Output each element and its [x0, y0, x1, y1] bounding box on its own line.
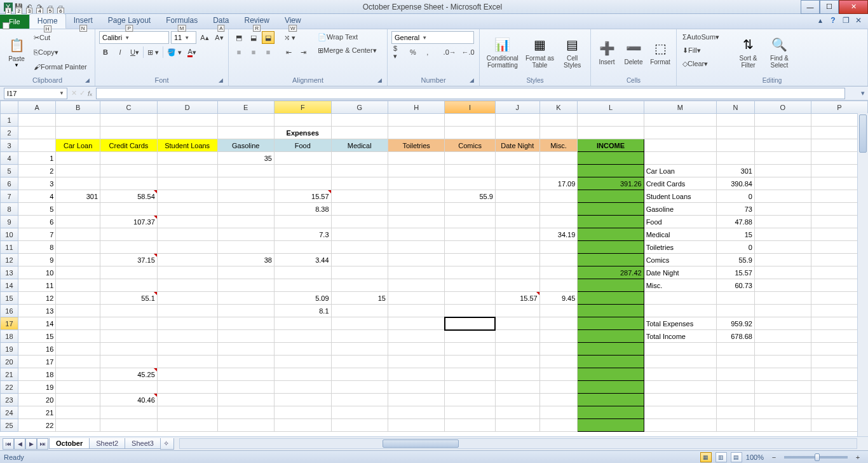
cell-L11[interactable]	[578, 241, 644, 254]
cell-A14[interactable]: 11	[18, 279, 55, 292]
cell-E6[interactable]	[217, 177, 274, 190]
tab-data[interactable]: DataA	[205, 13, 236, 29]
worksheet-grid[interactable]: ABCDEFGHIJKLMNOP12Expenses3Car LoanCredi…	[0, 100, 868, 436]
cell-O10[interactable]	[754, 228, 811, 241]
cell-L2[interactable]	[578, 127, 644, 139]
cell-I24[interactable]	[445, 406, 496, 419]
align-center-button[interactable]: ≡	[247, 46, 260, 59]
cell-A19[interactable]: 16	[18, 343, 55, 356]
cell-O11[interactable]	[754, 241, 811, 254]
cell-A18[interactable]: 15	[18, 330, 55, 343]
cell-D20[interactable]	[157, 356, 217, 368]
sheet-tab-sheet3[interactable]: Sheet3	[125, 438, 161, 449]
autosum-button[interactable]: Σ AutoSum ▾	[681, 31, 731, 43]
cell-O16[interactable]	[754, 305, 811, 317]
cell-B22[interactable]	[56, 381, 100, 394]
cell-B20[interactable]	[56, 356, 100, 368]
cell-I15[interactable]	[445, 292, 496, 305]
cell-L7[interactable]	[578, 190, 644, 203]
cell-E1[interactable]	[217, 114, 274, 127]
fx-icon[interactable]: fx	[88, 90, 92, 97]
cell-F1[interactable]	[274, 114, 331, 127]
cell-H20[interactable]	[388, 356, 444, 368]
cell-F24[interactable]	[274, 406, 331, 419]
cell-C10[interactable]	[100, 228, 158, 241]
cell-H3[interactable]: Toiletries	[388, 139, 444, 152]
cell-E16[interactable]	[217, 305, 274, 317]
cell-N18[interactable]: 678.68	[717, 330, 755, 343]
cell-C18[interactable]	[100, 330, 158, 343]
cell-O23[interactable]	[754, 394, 811, 406]
cell-C8[interactable]	[100, 203, 158, 216]
cell-D14[interactable]	[157, 279, 217, 292]
cell-D23[interactable]	[157, 394, 217, 406]
decrease-indent-button[interactable]: ⇤	[282, 46, 295, 59]
insert-cells-button[interactable]: ➕Insert	[595, 31, 619, 73]
increase-decimal-button[interactable]: .0→	[442, 46, 458, 59]
cell-G3[interactable]: Medical	[331, 139, 388, 152]
fx-enter-icon[interactable]: ✓	[79, 89, 85, 97]
cell-G8[interactable]	[331, 203, 388, 216]
cell-F4[interactable]	[274, 152, 331, 165]
row-header[interactable]: 9	[1, 216, 18, 228]
cell-F10[interactable]: 7.3	[274, 228, 331, 241]
cell-D5[interactable]	[157, 165, 217, 177]
cell-A9[interactable]: 6	[18, 216, 55, 228]
cell-L9[interactable]	[578, 216, 644, 228]
cell-K21[interactable]	[539, 368, 578, 381]
cell-L3[interactable]: INCOME	[578, 139, 644, 152]
find-select-button[interactable]: 🔍Find & Select	[765, 31, 794, 73]
cell-C14[interactable]	[100, 279, 158, 292]
cell-F12[interactable]: 3.44	[274, 254, 331, 266]
cell-H13[interactable]	[388, 266, 444, 279]
cell-K3[interactable]: Misc.	[539, 139, 578, 152]
cell-O17[interactable]	[754, 317, 811, 330]
cell-F17[interactable]	[274, 317, 331, 330]
cell-K22[interactable]	[539, 381, 578, 394]
cell-I17[interactable]	[445, 317, 496, 330]
cell-G23[interactable]	[331, 394, 388, 406]
row-header[interactable]: 10	[1, 228, 18, 241]
page-break-view-button[interactable]: ▤	[731, 452, 742, 462]
cell-M20[interactable]	[644, 356, 717, 368]
cell-C6[interactable]	[100, 177, 158, 190]
cell-B24[interactable]	[56, 406, 100, 419]
cell-A11[interactable]: 8	[18, 241, 55, 254]
cell-C23[interactable]: 40.46	[100, 394, 158, 406]
cell-M6[interactable]: Credit Cards	[644, 177, 717, 190]
cell-A20[interactable]: 17	[18, 356, 55, 368]
cell-A16[interactable]: 13	[18, 305, 55, 317]
cell-G19[interactable]	[331, 343, 388, 356]
cell-J3[interactable]: Date Night	[495, 139, 539, 152]
cell-H22[interactable]	[388, 381, 444, 394]
cell-G9[interactable]	[331, 216, 388, 228]
cell-J22[interactable]	[495, 381, 539, 394]
borders-button[interactable]: ⊞ ▾	[146, 46, 161, 59]
cell-O3[interactable]	[754, 139, 811, 152]
col-header-G[interactable]: G	[331, 101, 388, 114]
cell-E9[interactable]	[217, 216, 274, 228]
cell-O21[interactable]	[754, 368, 811, 381]
cell-D11[interactable]	[157, 241, 217, 254]
cell-E25[interactable]	[217, 419, 274, 432]
cell-K18[interactable]	[539, 330, 578, 343]
cell-A3[interactable]	[18, 139, 55, 152]
tab-review[interactable]: ReviewR	[237, 13, 277, 29]
cell-I21[interactable]	[445, 368, 496, 381]
cell-B11[interactable]	[56, 241, 100, 254]
font-color-button[interactable]: A ▾	[186, 46, 198, 59]
horizontal-scrollbar[interactable]	[179, 438, 857, 449]
cell-H23[interactable]	[388, 394, 444, 406]
cell-N17[interactable]: 959.92	[717, 317, 755, 330]
cell-L13[interactable]: 287.42	[578, 266, 644, 279]
cell-N25[interactable]	[717, 419, 755, 432]
cell-M22[interactable]	[644, 381, 717, 394]
row-header[interactable]: 20	[1, 356, 18, 368]
cell-I4[interactable]	[445, 152, 496, 165]
row-header[interactable]: 16	[1, 305, 18, 317]
cell-E7[interactable]	[217, 190, 274, 203]
cell-A21[interactable]: 18	[18, 368, 55, 381]
tab-first-button[interactable]: ⏮	[3, 438, 14, 450]
tab-view[interactable]: ViewW	[277, 13, 309, 29]
cell-O9[interactable]	[754, 216, 811, 228]
